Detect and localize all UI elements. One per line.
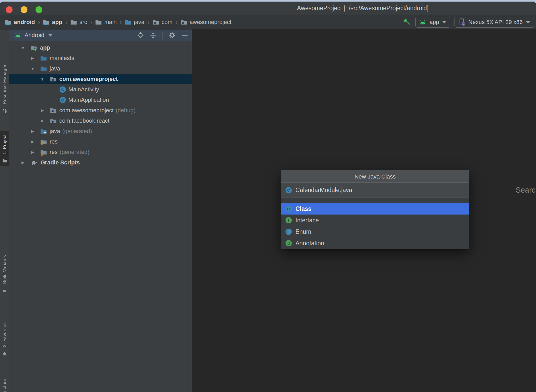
locate-file-icon[interactable] [137,32,144,38]
breadcrumb-item-src[interactable]: src [70,19,87,26]
kind-option-interface[interactable]: IInterface [281,215,469,226]
module-folder-icon [43,19,50,26]
tree-item-label: com.facebook.react [59,117,109,124]
search-everywhere-hint: Search EverywhereDouble ⇧ [473,186,536,194]
tree-item-label: res [50,138,58,145]
tree-item-mainactivity[interactable]: CMainActivity [9,84,192,95]
tree-item-label: manifests [50,55,74,62]
tree-item-res[interactable]: ▶ res [9,136,192,147]
tool-window-button-2-favorites[interactable]: 2: Favorites [0,319,9,359]
expand-arrow-icon[interactable]: ▶ [29,129,37,134]
new-java-class-popup: New Java Class C CalendarModule.java CCl… [281,170,469,249]
device-phone-icon [458,18,465,26]
breadcrumb-separator-icon: › [145,17,152,27]
expand-arrow-icon[interactable]: ▶ [29,150,37,155]
tree-item-manifests[interactable]: ▶ manifests [9,53,192,63]
titlebar: AwesomeProject [~/src/AwesomeProject/and… [0,2,536,15]
breadcrumb: android› app› src› main› java› com› awes… [0,18,231,26]
expand-arrow-icon[interactable]: ▶ [29,56,37,61]
expand-arrow-icon[interactable]: ▶ [38,108,46,113]
minimize-window-button[interactable] [21,6,27,13]
app-folder-icon [31,44,37,51]
class-kind-icon: C [286,206,292,212]
class-kind-icon: C [60,97,66,103]
tree-item-label: res [50,149,58,156]
star-icon [2,351,7,356]
tree-item-com-awesomeproject[interactable]: ▼ com.awesomeproject [9,74,192,84]
tree-item-java[interactable]: ▶ java(generated) [9,126,192,136]
project-tool-window: Android ▼ app▶ manifests▼ java▼ com.awes… [9,29,192,392]
breadcrumb-item-com[interactable]: com [153,19,173,26]
module-folder-icon [5,19,11,26]
tool-window-label: 2: Favorites [2,322,7,347]
folder-icon [95,19,102,26]
popup-title: New Java Class [281,171,469,183]
tool-window-button-build-variants[interactable]: Build Variants [0,252,9,295]
divider [162,32,163,39]
expand-arrow-icon[interactable]: ▼ [38,77,46,81]
tree-item-res[interactable]: ▶ res(generated) [9,147,192,157]
breadcrumb-separator-icon: › [63,17,69,27]
divider [281,198,469,203]
breadcrumb-item-main[interactable]: main [95,19,117,26]
editor-area: Search EverywhereDouble ⇧ New Java Class… [192,29,536,392]
tree-item-label: com.awesomeproject [59,107,114,114]
tree-item-mainapplication[interactable]: CMainApplication [9,95,192,105]
expand-arrow-icon[interactable]: ▼ [29,67,37,71]
build-hammer-icon[interactable] [402,17,411,27]
tree-item-gradle-scripts[interactable]: ▶Gradle Scripts [9,157,192,168]
run-configuration-label: app [429,19,439,26]
class-name-input[interactable]: C CalendarModule.java [281,183,469,198]
kind-option-enum[interactable]: EEnum [281,226,469,237]
tree-item-com-facebook-react[interactable]: ▶ com.facebook.react [9,116,192,126]
tool-window-button-7-structure[interactable]: 7: Structure [0,376,9,392]
tree-item-label: java [50,128,60,135]
expand-arrow-icon[interactable]: ▼ [19,46,27,50]
tree-item-label: app [40,44,50,51]
kind-option-class[interactable]: CClass [281,203,469,215]
folder-blue-icon [40,55,47,62]
tree-item-com-awesomeproject[interactable]: ▶ com.awesomeproject(debug) [9,105,192,116]
close-window-button[interactable] [6,6,13,13]
collapse-all-icon[interactable] [150,32,156,38]
expand-arrow-icon[interactable]: ▶ [19,160,27,165]
kind-option-label: Interface [295,217,319,224]
package-icon [153,19,159,26]
ide-window: AwesomeProject [~/src/AwesomeProject/and… [0,2,536,392]
kind-option-annotation[interactable]: @Annotation [281,237,469,249]
annotation-kind-icon: @ [286,240,292,246]
breadcrumb-separator-icon: › [173,17,179,27]
breadcrumb-item-android[interactable]: android [5,19,35,26]
project-folder-icon [2,159,7,163]
device-select[interactable]: Nexus 5X API 29 x86 [455,17,534,28]
tree-item-label: MainActivity [68,86,99,93]
android-head-icon [2,288,7,292]
kind-option-label: Enum [295,228,311,235]
package-icon [50,76,57,82]
breadcrumb-item-app[interactable]: app [43,19,62,26]
breadcrumb-item-awesomeproject[interactable]: awesomeproject [180,19,231,26]
tree-item-suffix: (generated) [60,149,90,156]
tool-window-button-resource-manager[interactable]: Resource Manager [0,61,9,116]
tree-item-app[interactable]: ▼ app [9,43,192,53]
kind-option-label: Annotation [295,240,324,247]
settings-gear-icon[interactable] [169,32,176,39]
tool-window-button-1-project[interactable]: 1: Project [0,131,9,166]
breadcrumb-separator-icon: › [36,17,42,27]
tool-window-label: Resource Manager [2,64,7,104]
zoom-window-button[interactable] [36,6,42,13]
expand-arrow-icon[interactable]: ▶ [29,139,37,144]
folder-icon [70,19,77,26]
tree-item-label: com.awesomeproject [59,76,118,82]
hide-panel-icon[interactable] [182,32,188,38]
folder-res-icon [40,149,47,156]
chevron-down-icon[interactable] [48,34,53,37]
folder-res-icon [40,138,47,145]
android-app-icon [419,20,426,25]
expand-arrow-icon[interactable]: ▶ [38,118,46,123]
chevron-down-icon [442,21,446,23]
tree-item-java[interactable]: ▼ java [9,63,192,74]
project-view-selector[interactable]: Android [25,32,44,39]
run-configuration-select[interactable]: app [415,17,450,28]
breadcrumb-item-java[interactable]: java [125,19,144,26]
